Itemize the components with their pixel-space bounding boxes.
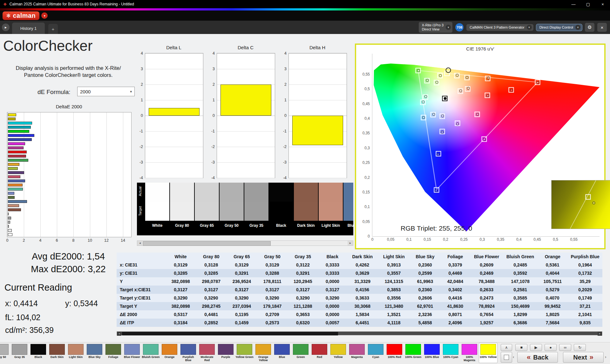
session-close-button[interactable]: ×	[597, 23, 607, 32]
deltae-bar-yellow-green	[8, 167, 18, 170]
pattern-label: 100% Red	[385, 355, 403, 359]
pattern-label: Magenta	[348, 355, 366, 359]
pattern-button-green[interactable]: Green	[292, 343, 310, 363]
back-button[interactable]: « Back	[517, 352, 558, 363]
pattern-label: Blue Sky	[85, 355, 104, 359]
table-cell: 0,3128	[196, 261, 227, 269]
pattern-button-light-skin[interactable]: Light Skin	[67, 343, 85, 363]
cie-chart-title: CIE 1976 u'v'	[356, 46, 604, 51]
deltae-tick-2: 2	[23, 238, 25, 243]
pattern-label: 100% Magenta	[460, 355, 478, 362]
delta_c-tick-2: 2	[213, 82, 215, 87]
pattern-label: Blue Flower	[123, 355, 141, 359]
pattern-swatch	[49, 344, 65, 355]
display-control-dropdown[interactable]: Direct Display Control ▾	[536, 24, 582, 31]
swatch-gray-35: Gray 35	[244, 183, 268, 235]
pattern-button-100-blue[interactable]: 100% Blue	[423, 343, 441, 363]
meter-dropdown[interactable]: X-Rite i1Pro 3 Direct View ▾	[419, 22, 452, 33]
stop-button[interactable]: ■	[515, 344, 527, 351]
table-cell: 41,8630	[440, 302, 470, 310]
pattern-button-red[interactable]: Red	[310, 343, 329, 363]
pattern-button-100-magenta[interactable]: 100% Magenta	[460, 343, 478, 363]
delta-l-chart: 43210-1-2-3-4	[145, 53, 203, 178]
play-button[interactable]: ▶	[530, 344, 542, 351]
workflow-nav-button[interactable]: ▸	[2, 24, 10, 31]
pattern-button-100-green[interactable]: 100% Green	[404, 343, 422, 363]
add-tab-button[interactable]: +	[48, 24, 58, 34]
logo-menu-button[interactable]: ▾	[41, 12, 48, 19]
record-button[interactable]: ●	[545, 344, 557, 351]
swatch-target	[220, 202, 244, 221]
back-chevrons-icon: «	[527, 353, 531, 361]
pattern-generator-dropdown[interactable]: CalMAN Client 3 Pattern Generator ▾	[466, 24, 533, 31]
pattern-patch-list: Gray 50Gray 35BlackDark SkinLight SkinBl…	[0, 343, 498, 363]
swatch-target	[343, 202, 353, 221]
delta_c-tick--1: -1	[211, 129, 215, 133]
expand-up-button[interactable]: ∧	[501, 344, 512, 351]
pattern-label: Purplish Blue	[179, 355, 197, 362]
table-cell: 0,3629	[347, 269, 378, 277]
table-col-blue-sky: Blue Sky	[410, 253, 440, 261]
table-cell: 1,5834	[347, 310, 378, 319]
de-formula-select[interactable]: 2000 ▾	[77, 87, 135, 96]
pattern-button-gray-35[interactable]: Gray 35	[10, 343, 29, 363]
pattern-button-dark-skin[interactable]: Dark Skin	[48, 343, 66, 363]
scroll-left-icon[interactable]: ◄	[117, 332, 121, 336]
table-cell: 0,2599	[410, 269, 440, 277]
settings-gear-button[interactable]: ⚙	[585, 23, 594, 32]
minimize-button[interactable]: —	[566, 0, 581, 8]
pattern-button-foliage[interactable]: Foliage	[104, 343, 122, 363]
tab-history-1[interactable]: History 1	[12, 23, 45, 34]
chevron-down-icon: ▾	[130, 90, 132, 94]
continuous-button[interactable]: ∞	[559, 344, 571, 351]
pattern-button-blue[interactable]: Blue	[273, 343, 291, 363]
pattern-button-gray-50[interactable]: Gray 50	[0, 343, 10, 363]
scrollbar-thumb[interactable]	[143, 241, 271, 246]
measured-marker-foliage	[435, 81, 438, 84]
pattern-button-100-yellow[interactable]: 100% Yellow	[479, 343, 497, 363]
delta_h-tick-2: 2	[284, 82, 287, 87]
pattern-button-blue-flower[interactable]: Blue Flower	[123, 343, 141, 363]
loop-button[interactable]: ↻	[574, 344, 586, 351]
scroll-right-icon[interactable]: ►	[348, 241, 353, 246]
pattern-button-blue-sky[interactable]: Blue Sky	[85, 343, 104, 363]
pattern-button-100-red[interactable]: 100% Red	[385, 343, 403, 363]
step-back-icon[interactable]: ‹	[513, 354, 514, 359]
pattern-button-orange-yellow[interactable]: Orange Yellow	[254, 343, 272, 363]
deltae-bar-light-skin	[8, 204, 19, 207]
pattern-button-yellow-green[interactable]: Yellow Green	[235, 343, 254, 363]
pattern-label: 100% Green	[404, 355, 422, 359]
cie-x-axis: 00,050,10,150,20,250,30,350,40,450,50,55	[372, 236, 600, 242]
pattern-swatch	[87, 344, 102, 355]
scroll-right-icon[interactable]: ►	[598, 332, 602, 336]
pattern-window-button[interactable]	[501, 352, 512, 363]
pattern-button-cyan[interactable]: Cyan	[367, 343, 385, 363]
pattern-button-magenta[interactable]: Magenta	[348, 343, 366, 363]
swatch-actual	[195, 183, 219, 202]
pattern-label: Gray 35	[10, 355, 29, 359]
pattern-button-purplish-blue[interactable]: Purplish Blue	[179, 343, 197, 363]
table-scrollbar[interactable]: ◄ ►	[117, 331, 602, 335]
table-cell: 0,3122	[288, 261, 318, 269]
maximize-button[interactable]: ▢	[581, 0, 595, 8]
inset-measured-marker	[592, 202, 595, 205]
measured-marker-white-point	[444, 97, 446, 100]
pattern-button-moderate-red[interactable]: Moderate Red	[198, 343, 216, 363]
swatch-strip-scrollbar[interactable]: ◄ ►	[137, 240, 353, 246]
scrollbar-thumb[interactable]	[122, 332, 338, 335]
pattern-generator-label: CalMAN Client 3 Pattern Generator	[470, 25, 524, 30]
inset-target-marker	[585, 194, 591, 199]
measured-marker-purple	[456, 122, 459, 125]
cie-x-tick: 0,55	[570, 237, 578, 242]
pattern-swatch	[255, 344, 271, 355]
close-button[interactable]: ×	[595, 0, 610, 8]
next-button[interactable]: Next »	[563, 352, 604, 363]
pattern-button-100-cyan[interactable]: 100% Cyan	[442, 343, 460, 363]
scroll-left-icon[interactable]: ◄	[137, 241, 143, 246]
pattern-button-yellow[interactable]: Yellow	[329, 343, 347, 363]
step-forward-icon[interactable]: ›	[605, 354, 606, 359]
pattern-button-bluish-green[interactable]: Bluish Green	[142, 343, 160, 363]
pattern-button-black[interactable]: Black	[29, 343, 47, 363]
pattern-button-orange[interactable]: Orange	[160, 343, 179, 363]
pattern-button-purple[interactable]: Purple	[217, 343, 235, 363]
